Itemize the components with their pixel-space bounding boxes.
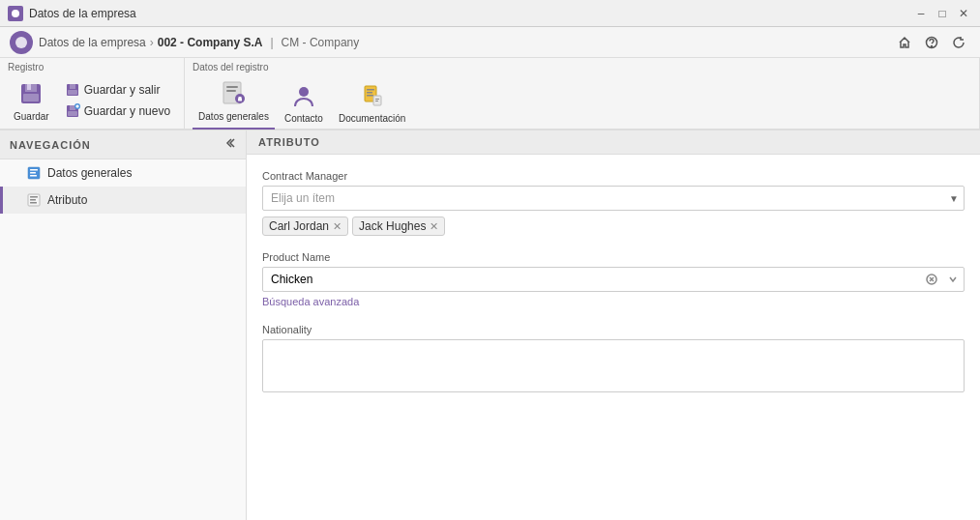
svg-rect-32 [30,169,38,171]
svg-rect-33 [30,172,36,174]
tag-carl-jordan-label: Carl Jordan [269,219,329,233]
sidebar-item-atributo[interactable]: Atributo [0,187,246,214]
product-name-group: Product Name [262,251,965,308]
minimize-button[interactable]: – [912,5,930,22]
ribbon-small-buttons: Guardar y salir Guardar y nuevo [59,80,176,121]
ribbon-section-registro: Registro Guardar [0,58,185,129]
product-name-input-wrapper [262,267,965,292]
close-button[interactable]: ✕ [955,5,972,22]
tag-jack-hughes: Jack Hughes ✕ [352,217,445,236]
svg-rect-37 [30,199,36,201]
sidebar-collapse-button[interactable] [223,136,236,153]
app-icon [8,6,23,21]
sidebar-item-dot-atributo [15,197,20,203]
contract-manager-group: Contract Manager Elija un ítem ▼ Carl Jo… [262,170,965,236]
advanced-search-link[interactable]: Búsqueda avanzada [262,296,359,307]
panel-header: ATRIBUTO [247,130,980,155]
nationality-label: Nationality [262,324,965,335]
product-name-clear-button[interactable] [922,270,941,289]
sidebar-header: NAVEGACIÓN [0,130,246,159]
contract-manager-label: Contract Manager [262,170,965,182]
save-button[interactable]: Guardar [8,74,55,126]
documentacion-label: Documentación [339,113,405,124]
tag-jack-hughes-label: Jack Hughes [359,219,426,233]
svg-rect-27 [367,95,373,97]
contacto-button[interactable]: Contacto [279,76,329,128]
contacto-label: Contacto [284,113,323,124]
ribbon-section-registro-label: Registro [8,62,44,72]
nav-bar: Datos de la empresa › 002 - Company S.A … [0,27,980,58]
save-new-button[interactable]: Guardar y nuevo [59,101,176,121]
nationality-textarea[interactable] [262,339,965,392]
ribbon: Registro Guardar [0,58,980,130]
maximize-button[interactable]: □ [934,5,951,22]
sidebar-item-datos-generales[interactable]: Datos generales [0,159,246,187]
sidebar-header-label: NAVEGACIÓN [10,139,91,151]
documentacion-button[interactable]: Documentación [333,76,411,128]
contract-manager-tags: Carl Jordan ✕ Jack Hughes ✕ [262,217,965,236]
atributo-nav-icon [26,192,42,208]
ribbon-section-datos: Datos del registro Datos [185,58,980,129]
product-name-input[interactable] [262,267,965,292]
ribbon-section-datos-label: Datos del registro [193,62,268,72]
svg-rect-38 [30,202,37,204]
svg-rect-34 [30,175,37,177]
ribbon-datos-content: Datos generales Contacto [193,74,411,130]
save-new-label: Guardar y nuevo [84,104,170,118]
documentacion-icon [357,80,388,111]
svg-rect-26 [367,92,372,94]
sidebar-item-label-atributo: Atributo [47,193,87,207]
product-name-label: Product Name [262,251,965,263]
svg-rect-18 [226,86,238,88]
svg-rect-10 [68,90,77,95]
breadcrumb-home[interactable]: Datos de la empresa [39,36,146,49]
breadcrumb-sep: | [270,36,273,49]
product-name-icons [922,270,963,289]
datos-generales-label: Datos generales [198,111,269,122]
svg-rect-16 [75,105,78,107]
save-exit-icon [65,82,80,98]
save-label: Guardar [14,111,49,122]
breadcrumb-sub: CM - Company [282,36,360,49]
home-nav-button[interactable] [893,31,916,54]
svg-rect-13 [68,111,77,116]
svg-rect-22 [238,99,242,101]
sidebar-item-label-datos: Datos generales [47,166,132,180]
window-controls: – □ ✕ [912,5,972,22]
svg-point-1 [15,37,27,48]
nationality-group: Nationality [262,324,965,395]
window-title: Datos de la empresa [29,7,136,20]
tag-carl-jordan: Carl Jordan ✕ [262,217,348,236]
svg-rect-6 [27,84,31,90]
contract-manager-select-wrapper: Elija un ítem ▼ [262,186,965,211]
tag-carl-jordan-close[interactable]: ✕ [333,221,342,232]
breadcrumb-arrow: › [150,36,154,49]
svg-rect-30 [375,101,378,101]
breadcrumb-current: 002 - Company S.A [158,36,263,49]
sidebar-item-dot [15,170,20,176]
main-area: NAVEGACIÓN Datos generales [0,130,980,520]
datos-generales-icon [218,78,249,109]
svg-rect-36 [30,196,38,198]
refresh-button[interactable] [947,31,970,54]
svg-rect-7 [23,94,39,101]
datos-generales-button[interactable]: Datos generales [193,74,275,126]
save-new-icon [65,103,80,119]
svg-rect-9 [70,84,75,89]
save-exit-button[interactable]: Guardar y salir [59,80,176,100]
ribbon-registro-content: Guardar Guardar y salir [8,74,176,126]
help-button[interactable] [920,31,943,54]
svg-point-0 [12,10,19,17]
content-panel: ATRIBUTO Contract Manager Elija un ítem … [247,130,980,520]
svg-rect-19 [226,90,236,92]
nav-icon-area [893,31,970,54]
tag-jack-hughes-close[interactable]: ✕ [430,221,438,232]
product-name-dropdown-button[interactable] [943,270,963,289]
panel-body: Contract Manager Elija un ítem ▼ Carl Jo… [247,155,980,520]
svg-rect-25 [367,89,374,91]
svg-rect-29 [375,99,379,100]
sidebar: NAVEGACIÓN Datos generales [0,130,247,520]
contract-manager-select[interactable]: Elija un ítem [262,186,965,211]
svg-point-3 [932,45,933,46]
save-exit-label: Guardar y salir [84,83,161,97]
